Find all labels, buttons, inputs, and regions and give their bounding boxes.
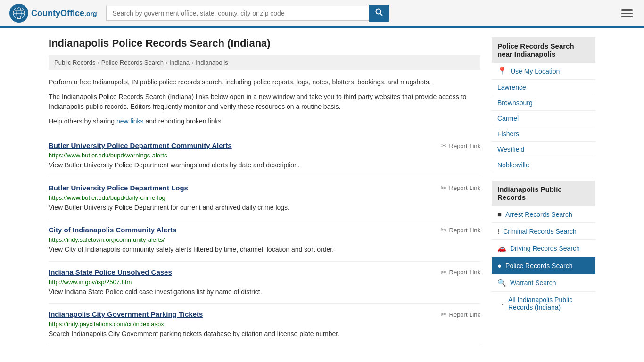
link-title[interactable]: City of Indianapolis Community Alerts xyxy=(49,226,176,234)
breadcrumb-current: Indianapolis xyxy=(195,59,228,66)
sidebar-city-link[interactable]: Carmel xyxy=(497,115,519,122)
report-icon: ✂ xyxy=(441,184,447,192)
location-pin-icon: 📍 xyxy=(497,66,507,75)
report-link-button[interactable]: ✂ Report Link xyxy=(441,310,480,319)
new-links-link[interactable]: new links xyxy=(116,117,144,125)
sidebar-city-item[interactable]: Noblesville xyxy=(492,157,595,173)
sidebar-city-link[interactable]: Noblesville xyxy=(497,161,529,169)
header: CountyOffice.org xyxy=(0,0,644,28)
link-entry: Indiana State Police Unsolved Cases ✂ Re… xyxy=(49,262,480,304)
report-link-button[interactable]: ✂ Report Link xyxy=(441,268,480,277)
breadcrumb-indiana[interactable]: Indiana xyxy=(169,59,190,66)
sidebar-record-item[interactable]: ■ Arrest Records Search xyxy=(492,206,595,223)
sidebar-records-list: ■ Arrest Records Search ! Criminal Recor… xyxy=(492,206,595,292)
sidebar-city-item[interactable]: Carmel xyxy=(492,111,595,126)
report-link-button[interactable]: ✂ Report Link xyxy=(441,226,480,234)
sidebar-record-link[interactable]: Police Records Search xyxy=(505,262,572,270)
sidebar-public-records: Indianapolis Public Records ■ Arrest Rec… xyxy=(492,181,595,315)
sidebar-record-item[interactable]: 🔍 Warrant Search xyxy=(492,274,595,292)
record-icon: ! xyxy=(497,227,499,235)
breadcrumb-public-records[interactable]: Public Records xyxy=(54,59,95,66)
menu-line xyxy=(621,13,633,14)
link-entry-header: City of Indianapolis Community Alerts ✂ … xyxy=(49,226,480,234)
report-link-label: Report Link xyxy=(449,311,480,318)
sidebar-cities: LawrenceBrownsburgCarmelFishersWestfield… xyxy=(492,80,595,173)
search-bar xyxy=(106,5,389,22)
logo-icon xyxy=(9,4,28,23)
sidebar-city-link[interactable]: Westfield xyxy=(497,146,524,153)
sidebar-record-link[interactable]: Criminal Records Search xyxy=(503,228,577,235)
sidebar-nearby: Police Records Search near Indianapolis … xyxy=(492,37,595,173)
use-my-location-link[interactable]: Use My Location xyxy=(511,67,560,75)
link-title[interactable]: Indiana State Police Unsolved Cases xyxy=(49,268,172,276)
main-container: Indianapolis Police Records Search (Indi… xyxy=(39,28,605,346)
link-description: View Butler University Police Department… xyxy=(49,161,480,170)
link-description: View Butler University Police Department… xyxy=(49,203,480,213)
link-entry-header: Indiana State Police Unsolved Cases ✂ Re… xyxy=(49,268,480,277)
link-description: Search Indianapolis City Government park… xyxy=(49,329,480,339)
search-input[interactable] xyxy=(106,6,369,21)
link-url: https://www.butler.edu/bupd/daily-crime-… xyxy=(49,194,480,201)
sidebar-record-item[interactable]: 🚗 Driving Records Search xyxy=(492,240,595,257)
svg-point-5 xyxy=(376,9,381,14)
sidebar-public-records-title: Indianapolis Public Records xyxy=(492,181,595,206)
record-icon: 🔍 xyxy=(497,279,506,287)
link-entry: Butler University Police Department Logs… xyxy=(49,177,480,220)
report-icon: ✂ xyxy=(441,310,447,319)
logo[interactable]: CountyOffice.org xyxy=(9,4,97,23)
breadcrumb-sep: › xyxy=(97,59,99,66)
link-entry-header: Butler University Police Department Logs… xyxy=(49,184,480,192)
record-icon: 🚗 xyxy=(497,244,506,253)
menu-button[interactable] xyxy=(619,8,635,19)
sidebar-city-item[interactable]: Westfield xyxy=(492,142,595,157)
record-icon: ■ xyxy=(497,210,502,218)
link-title[interactable]: Butler University Police Department Comm… xyxy=(49,141,232,149)
sidebar-city-item[interactable]: Fishers xyxy=(492,126,595,142)
link-entry-header: Indianapolis City Government Parking Tic… xyxy=(49,310,480,319)
sidebar-city-link[interactable]: Fishers xyxy=(497,130,519,138)
logo-text: CountyOffice.org xyxy=(31,8,97,18)
sidebar-city-item[interactable]: Brownsburg xyxy=(492,95,595,111)
report-link-label: Report Link xyxy=(449,142,480,149)
share-note: Help others by sharing new links and rep… xyxy=(49,116,480,126)
link-entry-header: Butler University Police Department Comm… xyxy=(49,141,480,150)
sidebar-city-link[interactable]: Brownsburg xyxy=(497,99,533,107)
link-url: http://www.in.gov/isp/2507.htm xyxy=(49,279,480,286)
breadcrumb-police-records-search[interactable]: Police Records Search xyxy=(101,59,164,66)
breadcrumb: Public Records › Police Records Search ›… xyxy=(49,55,480,70)
link-entries: Butler University Police Department Comm… xyxy=(49,135,480,346)
svg-line-6 xyxy=(380,14,383,16)
sidebar-nearby-title: Police Records Search near Indianapolis xyxy=(492,37,595,63)
sidebar-record-item[interactable]: ! Criminal Records Search xyxy=(492,223,595,240)
link-title[interactable]: Indianapolis City Government Parking Tic… xyxy=(49,310,203,318)
report-icon: ✂ xyxy=(441,141,447,150)
content-area: Indianapolis Police Records Search (Indi… xyxy=(49,37,480,346)
description-para2: The Indianapolis Police Records Search (… xyxy=(49,92,480,112)
link-entry: Indianapolis City Government Parking Tic… xyxy=(49,304,480,346)
sidebar-all-records[interactable]: → All Indianapolis Public Records (India… xyxy=(492,292,595,315)
menu-line xyxy=(621,16,633,17)
sidebar-use-my-location[interactable]: 📍 Use My Location xyxy=(492,63,595,80)
record-icon: ● xyxy=(497,262,502,270)
link-url: https://indy.safetown.org/community-aler… xyxy=(49,236,480,243)
menu-line xyxy=(621,9,633,11)
report-link-button[interactable]: ✂ Report Link xyxy=(441,141,480,150)
link-description: View Indiana State Police cold case inve… xyxy=(49,288,480,297)
link-url: https://indy.paycitations.com/cit/index.… xyxy=(49,321,480,328)
sidebar-record-link[interactable]: Warrant Search xyxy=(510,279,556,287)
search-button[interactable] xyxy=(369,5,389,22)
all-records-link[interactable]: All Indianapolis Public Records (Indiana… xyxy=(508,296,590,311)
report-link-button[interactable]: ✂ Report Link xyxy=(441,184,480,192)
report-link-label: Report Link xyxy=(449,227,480,234)
report-link-label: Report Link xyxy=(449,184,480,191)
sidebar: Police Records Search near Indianapolis … xyxy=(492,37,595,346)
sidebar-city-link[interactable]: Lawrence xyxy=(497,83,526,91)
breadcrumb-sep: › xyxy=(165,59,167,66)
link-url: https://www.butler.edu/bupd/warnings-ale… xyxy=(49,152,480,159)
link-title[interactable]: Butler University Police Department Logs xyxy=(49,184,188,192)
sidebar-record-link[interactable]: Driving Records Search xyxy=(510,245,580,252)
sidebar-record-item[interactable]: ● Police Records Search xyxy=(492,257,595,274)
sidebar-record-link[interactable]: Arrest Records Search xyxy=(505,211,572,218)
sidebar-city-item[interactable]: Lawrence xyxy=(492,80,595,95)
arrow-right-icon: → xyxy=(497,300,504,308)
